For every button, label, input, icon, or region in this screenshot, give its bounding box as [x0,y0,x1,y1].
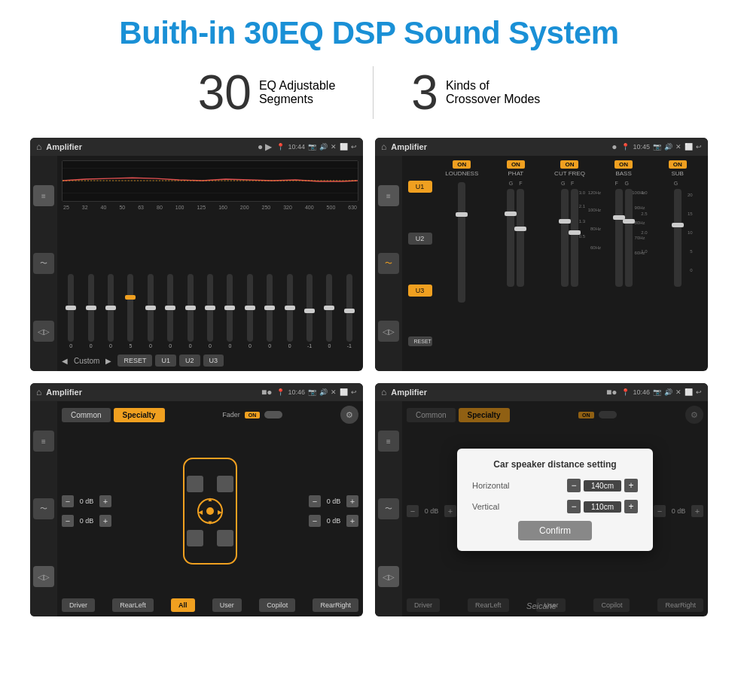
u1-btn-s2[interactable]: U1 [408,181,432,193]
eq-slider-9[interactable]: 0 [241,274,259,348]
close-icon[interactable]: ✕ [331,143,337,151]
rl-plus-btn[interactable]: + [99,515,111,527]
close-icon-3[interactable]: ✕ [331,388,337,396]
back-icon-2[interactable]: ↩ [696,143,702,151]
eq-slider-8[interactable]: 0 [221,274,239,348]
wave-sidebar-btn-3[interactable]: 〜 [33,498,54,519]
fr-plus-btn[interactable]: + [346,495,358,507]
eq-label-10: 250 [262,205,271,210]
wave-sidebar-btn-4[interactable]: 〜 [378,498,399,519]
fader-toggle-track[interactable] [264,411,282,418]
eq-sidebar-btn-2[interactable]: ≡ [378,185,399,206]
speaker-sidebar-btn[interactable]: ◁▷ [33,321,54,342]
fader-on-toggle[interactable]: ON [245,412,261,418]
driver-btn[interactable]: Driver [62,598,95,612]
phat-on[interactable]: ON [507,160,525,169]
rr-vol-val: 0 dB [323,517,344,525]
eq-sidebar-btn-3[interactable]: ≡ [33,431,54,452]
bass-g-slider[interactable]: 3.0 2.5 2.0 1.0 [625,189,633,287]
speaker-sidebar-btn-3[interactable]: ◁▷ [33,566,54,587]
sub-on[interactable]: ON [669,160,687,169]
u3-btn-s2[interactable]: U3 [408,285,432,297]
eq-slider-10[interactable]: 0 [261,274,279,348]
settings-icon[interactable]: ⚙ [340,406,358,424]
screen2-time: 10:45 [633,143,650,151]
eq-slider-3[interactable]: 5 [121,274,139,348]
home-icon-2[interactable]: ⌂ [381,142,386,152]
vertical-minus-btn[interactable]: − [567,500,581,513]
home-icon[interactable]: ⌂ [36,142,41,152]
loudness-on[interactable]: ON [453,160,471,169]
rearright-btn[interactable]: RearRight [313,598,358,612]
rr-vol-control: − 0 dB + [309,515,358,527]
rr-minus-btn[interactable]: − [309,515,321,527]
copilot-btn[interactable]: Copilot [259,598,295,612]
phat-g-slider[interactable] [507,189,514,287]
eq-slider-14[interactable]: -1 [340,274,358,348]
fl-plus-btn[interactable]: + [99,495,111,507]
cutfreq-g-slider[interactable]: 3.0 2.1 1.3 0.5 [561,189,569,287]
loudness-slider[interactable] [458,182,465,303]
all-btn[interactable]: All [171,598,195,612]
bass-f-slider[interactable]: 100Hz 90Hz 80Hz 70Hz 60Hz [615,189,623,287]
horizontal-minus-btn[interactable]: − [567,479,581,492]
cutfreq-on[interactable]: ON [560,160,578,169]
screen4-dialog: ⌂ Amplifier ■● 📍 10:46 📷 🔊 ✕ ⬜ ↩ ≡ 〜 [375,383,708,616]
u1-button[interactable]: U1 [155,355,176,367]
eq-slider-0[interactable]: 0 [62,274,80,348]
screen1-status-icons: 📍 10:44 📷 🔊 ✕ ⬜ ↩ [276,143,357,151]
screen1-main-area: 25 32 40 50 63 80 100 125 160 200 250 32… [57,156,363,371]
confirm-button[interactable]: Confirm [518,521,592,540]
eq-bottom-bar: ◀ Custom ▶ RESET U1 U2 U3 [62,355,358,367]
u3-button[interactable]: U3 [203,355,224,367]
phat-f-slider[interactable] [517,189,524,287]
screens-grid: ⌂ Amplifier ● ▶ 📍 10:44 📷 🔊 ✕ ⬜ ↩ ≡ 〜 ◁▷ [30,138,708,616]
common-tab[interactable]: Common [62,408,111,422]
eq-slider-11[interactable]: 0 [280,274,298,348]
reset-button[interactable]: RESET [117,355,152,367]
rr-plus-btn[interactable]: + [346,515,358,527]
screen1-eq: ⌂ Amplifier ● ▶ 📍 10:44 📷 🔊 ✕ ⬜ ↩ ≡ 〜 ◁▷ [30,138,363,371]
reset-btn-s2[interactable]: RESET [408,336,432,346]
svg-text:▲: ▲ [207,496,213,503]
eq-sidebar-btn[interactable]: ≡ [33,185,54,206]
back-icon-3[interactable]: ↩ [351,388,357,396]
back-icon[interactable]: ↩ [351,143,357,151]
close-icon-2[interactable]: ✕ [675,143,682,151]
rl-minus-btn[interactable]: − [62,515,74,527]
wave-sidebar-btn-2[interactable]: 〜 [378,253,399,274]
bass-on[interactable]: ON [614,160,633,169]
speaker-sidebar-btn-4[interactable]: ◁▷ [378,566,399,587]
eq-label-11: 320 [283,205,292,210]
fl-minus-btn[interactable]: − [62,495,74,507]
eq-slider-5[interactable]: 0 [161,274,179,348]
wave-sidebar-btn[interactable]: 〜 [33,253,54,274]
eq-slider-12[interactable]: -1 [300,274,319,348]
prev-btn[interactable]: ◀ [62,357,68,365]
cutfreq-f-slider[interactable]: 120Hz 100Hz 80Hz 60Hz [571,189,578,287]
vertical-plus-btn[interactable]: + [624,500,638,513]
eq-graph [62,160,358,202]
eq-slider-6[interactable]: 0 [181,274,199,348]
rearleft-btn[interactable]: RearLeft [112,598,154,612]
u2-btn-s2[interactable]: U2 [408,233,432,245]
speaker-sidebar-btn-2[interactable]: ◁▷ [378,321,399,342]
user-btn[interactable]: User [212,598,242,612]
eq-slider-13[interactable]: 0 [320,274,338,348]
home-icon-3[interactable]: ⌂ [36,387,41,397]
eq-slider-2[interactable]: 0 [102,274,120,348]
next-btn[interactable]: ▶ [105,357,111,365]
specialty-tab[interactable]: Specialty [114,408,165,422]
eq-slider-1[interactable]: 0 [81,274,99,348]
eq-slider-4[interactable]: 0 [142,274,160,348]
eq-sidebar-btn-4[interactable]: ≡ [378,431,399,452]
right-vol-controls: − 0 dB + − 0 dB + [309,495,358,527]
screen3-status-icons: 📍 10:46 📷 🔊 ✕ ⬜ ↩ [276,388,357,396]
home-icon-4[interactable]: ⌂ [381,387,386,397]
eq-slider-7[interactable]: 0 [201,274,219,348]
cutfreq-col: ON CUT FREQ G 3.0 2.1 [544,160,596,367]
horizontal-plus-btn[interactable]: + [624,479,638,492]
sub-g-slider[interactable]: 20 15 10 5 0 [674,189,682,287]
u2-button[interactable]: U2 [179,355,200,367]
fr-minus-btn[interactable]: − [309,495,321,507]
